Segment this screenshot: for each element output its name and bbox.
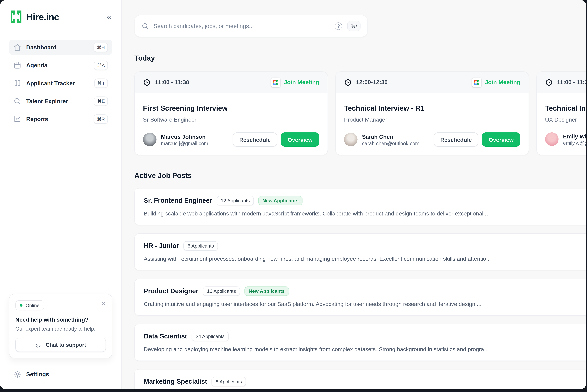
online-dot-icon <box>20 304 22 307</box>
overview-button[interactable]: Overview <box>482 132 520 146</box>
meeting-card-footer: Emily Whit emily.w@gm <box>545 132 586 146</box>
online-label: Online <box>26 302 40 308</box>
search-input[interactable] <box>153 22 330 29</box>
reschedule-button[interactable]: Reschedule <box>434 132 478 146</box>
avatar <box>545 132 558 146</box>
job-title-row: Data Scientist 24 Applicants <box>144 332 586 341</box>
join-meeting-link[interactable]: Join Meeting <box>472 78 520 87</box>
meeting-buttons: Reschedule Overview <box>233 132 319 146</box>
jobs-section-header: Active Job Posts <box>134 172 586 180</box>
job-description: Building scalable web applications with … <box>144 210 586 216</box>
meeting-card-header: 11:00 - 11:30 Join Meeting <box>135 72 328 93</box>
close-icon[interactable]: × <box>101 300 106 308</box>
sidebar-item-label: Talent Explorer <box>26 98 68 104</box>
sidebar-item-label: Dashboard <box>26 44 57 51</box>
home-icon <box>14 44 21 51</box>
job-title: HR - Junior <box>144 242 179 250</box>
help-circle-icon[interactable]: ? <box>335 22 342 30</box>
sidebar-spacer <box>9 130 112 294</box>
reschedule-button[interactable]: Reschedule <box>233 132 277 146</box>
applicants-count-badge: 16 Applicants <box>203 286 240 296</box>
settings-label: Settings <box>26 371 49 378</box>
chat-to-support-button[interactable]: Chat to support <box>15 338 106 352</box>
meeting-buttons: Reschedule Overview <box>434 132 520 146</box>
meeting-role: Product Manager <box>344 116 520 122</box>
search-icon <box>141 22 149 30</box>
collapse-sidebar-icon[interactable]: « <box>107 12 112 21</box>
job-card: Sr. Frontend Engineer 12 Applicants New … <box>134 188 586 225</box>
hire-inc-logo-icon <box>10 10 23 23</box>
candidate-name: Emily Whit <box>563 132 586 140</box>
sidebar-item-applicant-tracker[interactable]: Applicant Tracker ⌘T <box>9 76 112 91</box>
candidate-text: Emily Whit emily.w@gm <box>563 132 586 146</box>
support-widget: Online × Need help with something? Our e… <box>9 294 112 358</box>
today-section-header: Today View All <box>134 54 586 62</box>
meeting-card: 11:00 - 11:30 Join Meeting First Screeni… <box>134 72 328 155</box>
job-description: Assisting with recruitment processes, on… <box>144 256 586 262</box>
sidebar-item-label: Agenda <box>26 62 48 68</box>
applicants-count-badge: 12 Applicants <box>217 196 254 205</box>
logo: Hire.inc « <box>10 10 112 23</box>
meeting-card-footer: Marcus Johnson marcus.j@gmail.com Resche… <box>143 132 319 146</box>
sidebar-item-dashboard[interactable]: Dashboard ⌘H <box>9 40 112 55</box>
shortcut-badge: ⌘T <box>94 78 108 88</box>
candidate-text: Marcus Johnson marcus.j@gmail.com <box>161 133 208 146</box>
candidate-name: Sarah Chen <box>362 133 419 140</box>
job-title-row: HR - Junior 5 Applicants <box>144 241 586 250</box>
join-meeting-label: Join Meeting <box>485 79 520 86</box>
job-title: Data Scientist <box>144 332 187 340</box>
job-title-row: Sr. Frontend Engineer 12 Applicants New … <box>144 196 586 205</box>
candidate-email: emily.w@gm <box>563 140 586 146</box>
sidebar-item-talent-explorer[interactable]: Talent Explorer ⌘E <box>9 94 112 109</box>
candidate-text: Sarah Chen sarah.chen@outlook.com <box>362 133 419 146</box>
kanban-columns-icon <box>14 79 21 87</box>
meeting-time: 12:00-12:30 <box>356 79 388 86</box>
job-title: Sr. Frontend Engineer <box>144 197 212 204</box>
meeting-card-header: 12:00-12:30 Join Meeting <box>336 72 528 93</box>
job-title: Product Designer <box>144 287 198 295</box>
main-content: ? ⌘/ Olivia Rhye olivia@untitledui.com T… <box>122 0 586 389</box>
overview-button[interactable]: Overview <box>281 132 319 146</box>
chat-to-support-label: Chat to support <box>46 342 86 348</box>
app-window: Hire.inc « Dashboard ⌘H Agenda ⌘A Applic… <box>0 0 586 389</box>
meeting-card-footer: Sarah Chen sarah.chen@outlook.com Resche… <box>344 132 520 146</box>
meeting-card: 12:00-12:30 Join Meeting Technical Inter… <box>336 72 529 155</box>
shortcut-badge: ⌘H <box>94 43 108 52</box>
logo-text: Hire.inc <box>26 12 59 22</box>
meeting-title: Technical Int <box>545 104 586 112</box>
applicants-count-badge: 24 Applicants <box>192 332 229 341</box>
meeting-card-body: Technical Interview - R1 Product Manager… <box>336 93 528 155</box>
online-status-badge: Online <box>15 300 44 310</box>
meeting-title: First Screening Interview <box>143 104 319 112</box>
support-subtitle: Our expert team are ready to help. <box>15 326 106 332</box>
join-meeting-link[interactable]: Join Meeting <box>271 78 319 87</box>
candidate-email: sarah.chen@outlook.com <box>362 140 419 146</box>
sidebar-item-reports[interactable]: Reports ⌘R <box>9 112 112 127</box>
job-description: Developing and deploying machine learnin… <box>144 346 586 352</box>
applicants-count-badge: 8 Applicants <box>212 377 246 386</box>
sidebar-item-label: Reports <box>26 116 48 122</box>
job-description: Crafting intuitive and engaging user int… <box>144 301 586 307</box>
job-title-row: Marketing Specialist 8 Applicants <box>144 377 586 386</box>
sidebar-item-settings[interactable]: Settings <box>9 366 112 382</box>
sidebar-item-label: Applicant Tracker <box>26 80 75 86</box>
job-card: HR - Junior 5 Applicants View in ATS Ass… <box>134 233 586 270</box>
support-title: Need help with something? <box>15 316 106 323</box>
jobs-list: Sr. Frontend Engineer 12 Applicants New … <box>134 188 586 389</box>
search-shortcut-badge: ⌘/ <box>348 21 360 31</box>
meeting-time: 11:00 - 11:30 <box>155 79 189 86</box>
shortcut-badge: ⌘A <box>94 60 108 70</box>
top-bar: ? ⌘/ Olivia Rhye olivia@untitledui.com <box>134 15 586 37</box>
meeting-card-header: 11:00 - 11:30 <box>537 72 586 93</box>
chat-bubbles-icon <box>35 341 43 348</box>
sidebar: Hire.inc « Dashboard ⌘H Agenda ⌘A Applic… <box>0 0 122 389</box>
screenshot-stage: Hire.inc « Dashboard ⌘H Agenda ⌘A Applic… <box>0 0 587 392</box>
gear-icon <box>14 370 21 378</box>
job-title: Marketing Specialist <box>144 378 207 386</box>
clock-icon <box>344 78 352 86</box>
shortcut-badge: ⌘R <box>94 114 108 124</box>
job-title-row: Product Designer 16 Applicants New Appli… <box>144 286 586 296</box>
avatar <box>143 133 156 146</box>
clock-icon <box>545 78 553 86</box>
sidebar-item-agenda[interactable]: Agenda ⌘A <box>9 58 112 73</box>
